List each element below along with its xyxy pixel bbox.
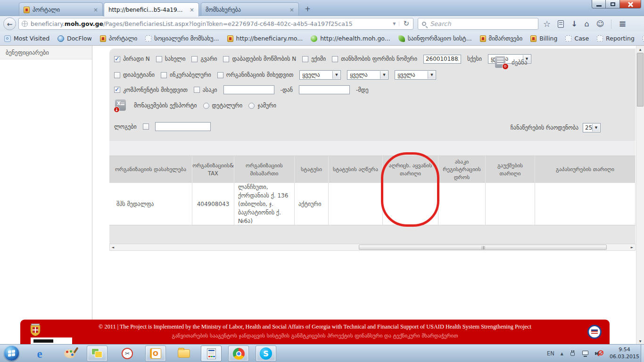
by-component-checkbox[interactable] — [114, 87, 120, 93]
vertical-scroll-thumb[interactable] — [637, 53, 644, 107]
hello-smiley-icon[interactable]: ☺ — [596, 20, 604, 28]
back-button[interactable]: ← — [3, 17, 16, 30]
col-header-status-desc[interactable]: სტატუსის აღწერა — [329, 156, 383, 183]
scroll-up-icon[interactable]: ▲ — [636, 46, 644, 52]
power-plug-icon[interactable] — [570, 350, 576, 357]
scroll-down-icon[interactable]: ▼ — [636, 337, 644, 344]
tray-expand-icon[interactable]: ▲ — [561, 352, 563, 356]
url-bar[interactable]: beneficiary.moh.gov.ge/Pages/Beneficiari… — [18, 18, 413, 30]
consent-form-checkbox[interactable] — [332, 56, 338, 62]
organization-select-2[interactable]: ყველა▼ — [347, 70, 388, 80]
scroll-left-icon[interactable]: ◄ — [110, 244, 116, 250]
taskbar-active-document-app[interactable] — [201, 346, 222, 362]
home-icon[interactable]: ⌂ — [585, 20, 589, 28]
taskbar-snipping-tool[interactable]: ✂ — [117, 346, 138, 362]
restore-button[interactable] — [606, 0, 619, 8]
tab-close-icon[interactable]: × — [93, 7, 98, 13]
bookmark-referrals[interactable]: მიმართვები — [480, 35, 523, 42]
reload-icon[interactable]: ↻ — [399, 20, 410, 27]
horizontal-scroll-thumb[interactable] — [359, 245, 607, 250]
new-tab-button[interactable]: + — [302, 4, 314, 14]
by-organization-checkbox[interactable] — [217, 72, 223, 78]
search-bar[interactable]: Search — [418, 18, 538, 30]
close-window-button[interactable] — [619, 0, 641, 8]
col-header-org-tax[interactable]: ორგანიზაციის& TAX — [192, 156, 234, 183]
taskbar-explorer[interactable] — [173, 346, 194, 362]
paint-icon — [64, 349, 75, 358]
excel-export-icon[interactable]: X ↓ — [114, 99, 127, 112]
organization-select-3[interactable]: ყველა▼ — [395, 70, 436, 80]
consent-form-input[interactable] — [423, 55, 461, 64]
col-header-age-at-registration[interactable]: ასაკი რეგისტრაციის დროს — [438, 156, 486, 183]
downloads-icon[interactable]: ↓ — [571, 20, 577, 28]
age-to-input[interactable] — [299, 85, 350, 94]
bookmarks-menu-icon[interactable] — [558, 20, 564, 28]
sidebar-item-beneficiaries[interactable]: ბენეფიციარები — [0, 46, 92, 59]
organization-select-1[interactable]: ყველა▼ — [299, 70, 341, 80]
bookmark-reporting[interactable]: Reporting — [597, 35, 635, 42]
col-header-org-address[interactable]: ორგანიზაციის მისამართი — [234, 156, 295, 183]
incurable-checkbox[interactable] — [161, 72, 167, 78]
bookmark-billing[interactable]: Billing — [530, 35, 557, 42]
tab-title: მომსახურება — [206, 7, 286, 13]
taskbar-outlook[interactable]: O — [145, 346, 166, 362]
taskbar-window-switcher[interactable] — [87, 346, 107, 362]
col-header-org-name[interactable]: ორგანიზაციის დასახელება — [109, 156, 192, 183]
taskbar-internet-explorer[interactable]: e — [29, 346, 50, 362]
taskbar-skype[interactable]: S — [256, 346, 276, 362]
logs-checkbox[interactable] — [143, 123, 149, 130]
records-count-select[interactable]: 25▼ — [583, 123, 601, 132]
window-controls — [592, 0, 641, 8]
tab-close-icon[interactable]: × — [190, 7, 194, 13]
diabetic-checkbox[interactable] — [114, 72, 120, 78]
show-desktop-button[interactable] — [641, 345, 644, 362]
bookmark-social-service[interactable]: სოციალური მომსახუ... — [145, 35, 219, 42]
logs-input[interactable] — [155, 122, 211, 131]
start-button[interactable] — [4, 346, 19, 361]
scroll-right-icon[interactable]: ► — [629, 244, 635, 250]
table-row[interactable]: შპს მედალფა 404908043 ლანჩხუთი, ქორდანია… — [109, 183, 636, 225]
bookmark-portal[interactable]: პორტალი — [100, 35, 137, 42]
network-icon[interactable] — [582, 350, 589, 357]
volume-muted-icon[interactable] — [595, 350, 603, 357]
bookmark-ehealth[interactable]: http://ehealth.moh.go... — [311, 35, 390, 42]
coat-of-arms-icon — [227, 35, 233, 42]
menu-icon[interactable]: ≡ — [619, 19, 626, 28]
bookmark-case[interactable]: Case — [565, 35, 589, 42]
filter-label: ორგანიზაციის მიხედვით — [226, 72, 294, 78]
bookmark-most-visited[interactable]: Most Visited — [4, 35, 50, 42]
search-button[interactable]: ძებნა — [495, 56, 528, 69]
tab-close-icon[interactable]: × — [289, 7, 294, 13]
url-dropdown-icon[interactable]: ▼ — [389, 22, 399, 26]
bookmark-star-icon[interactable]: ☆ — [543, 20, 551, 28]
age-checkbox[interactable] — [194, 87, 200, 93]
birth-cert-checkbox[interactable] — [223, 56, 229, 62]
age-from-input[interactable] — [223, 85, 274, 94]
col-header-cancel-date[interactable]: გაუქმების თარიღი — [486, 156, 535, 183]
personal-n-checkbox[interactable] — [114, 56, 120, 62]
taskbar-chrome[interactable] — [228, 346, 249, 362]
bookmark-beneficiary[interactable]: http://beneficiary.mo... — [227, 35, 303, 42]
horizontal-scrollbar[interactable]: ◄ ► — [109, 244, 636, 251]
name-checkbox[interactable] — [156, 56, 162, 62]
tab-beneficiaries[interactable]: http://benefici...b5-4a197f25ca15 × — [104, 2, 199, 16]
col-header-passivation-date[interactable]: გაპასიურების თარიღი — [535, 156, 636, 183]
bookmark-info-system[interactable]: საინფორმაციო სისტ... — [398, 35, 472, 42]
tab-portal[interactable]: პორტალი × — [19, 2, 103, 16]
clock[interactable]: 9:54 06.03.2015 — [610, 346, 639, 361]
doctor-checkbox[interactable] — [302, 56, 308, 62]
to-suffix-label: -მდე — [356, 87, 369, 93]
system-tray: EN ▲ 9:54 06.03.2015 — [547, 345, 639, 362]
total-radio[interactable] — [248, 103, 255, 109]
col-header-status[interactable]: სტატუსი — [295, 156, 329, 183]
tab-services[interactable]: მომსახურება × — [201, 2, 299, 16]
surname-checkbox[interactable] — [191, 56, 198, 62]
detailed-radio[interactable] — [203, 103, 209, 109]
chrome-icon — [233, 348, 245, 360]
bookmark-label: მიმართვები — [489, 35, 523, 42]
minimize-button[interactable] — [592, 0, 606, 8]
language-indicator[interactable]: EN — [547, 350, 554, 357]
taskbar-paint[interactable] — [59, 346, 80, 362]
vertical-scrollbar[interactable]: ▲ ▼ — [636, 46, 644, 344]
bookmark-docflow[interactable]: DocFlow — [58, 35, 92, 42]
